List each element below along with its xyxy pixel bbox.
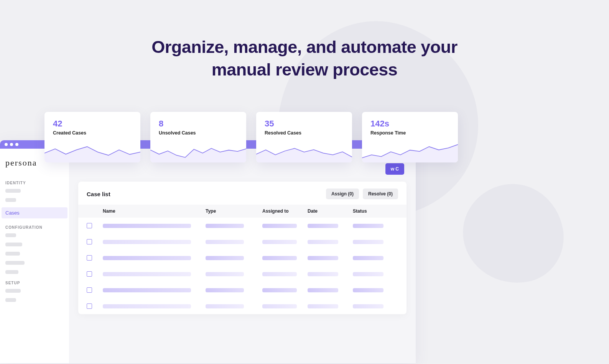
case-table-head: Name Type Assigned to Date Status [78,205,407,218]
stat-value: 8 [150,119,246,129]
nav-section-setup: SETUP [5,281,64,285]
main-area: w C Case list Assign (0) Resolve (0) Nam… [69,149,416,363]
cell-assigned-placeholder [262,240,297,244]
col-header-date[interactable]: Date [308,208,346,214]
nav-item-placeholder[interactable] [5,233,16,237]
sidebar: persona IDENTITY Cases CONFIGURATION SET… [0,149,69,363]
window-control-dot[interactable] [15,143,18,146]
background-blob [455,176,571,291]
row-checkbox[interactable] [87,239,92,244]
col-header-name[interactable]: Name [103,208,199,214]
nav-item-placeholder[interactable] [5,198,16,202]
hero-headline-line2: manual review process [212,60,398,79]
stat-value: 142s [362,119,458,129]
table-row[interactable] [78,218,407,234]
cell-type-placeholder [206,288,244,292]
sparkline-chart [150,139,246,162]
row-checkbox[interactable] [87,287,92,293]
row-checkbox[interactable] [87,303,92,309]
nav-item-placeholder[interactable] [5,298,16,302]
nav-item-placeholder[interactable] [5,189,21,193]
nav-section-identity: IDENTITY [5,181,64,185]
table-row[interactable] [78,250,407,266]
cell-type-placeholder [206,304,244,308]
row-checkbox[interactable] [87,255,92,261]
cell-name-placeholder [103,272,191,276]
cell-date-placeholder [308,304,338,308]
nav-item-placeholder[interactable] [5,252,20,256]
col-header-type[interactable]: Type [206,208,255,214]
cell-name-placeholder [103,288,191,292]
cell-assigned-placeholder [262,272,297,276]
stat-card: 35 Resolved Cases [256,112,352,162]
table-row[interactable] [78,234,407,250]
case-list-card: Case list Assign (0) Resolve (0) Name Ty… [78,182,407,314]
hero-headline: Organize, manage, and automate your manu… [0,36,609,81]
cell-date-placeholder [308,224,338,228]
stat-label: Response Time [362,129,458,136]
stat-label: Created Cases [44,129,140,136]
col-header-assigned[interactable]: Assigned to [262,208,301,214]
window-control-dot[interactable] [10,143,13,146]
cell-date-placeholder [308,288,338,292]
cell-name-placeholder [103,224,191,228]
cell-type-placeholder [206,272,244,276]
case-table: Name Type Assigned to Date Status [78,205,407,314]
cell-type-placeholder [206,240,244,244]
nav-item-placeholder[interactable] [5,243,22,246]
sparkline-chart [362,139,458,162]
cell-status-placeholder [353,224,384,228]
stat-card: 8 Unsolved Cases [150,112,246,162]
browser-window: persona IDENTITY Cases CONFIGURATION SET… [0,140,416,363]
nav-item-placeholder[interactable] [5,270,18,274]
case-list-header: Case list Assign (0) Resolve (0) [78,189,407,205]
cell-name-placeholder [103,304,191,308]
sparkline-chart [256,139,352,162]
table-row[interactable] [78,282,407,298]
cell-date-placeholder [308,240,338,244]
cell-assigned-placeholder [262,288,297,292]
cell-date-placeholder [308,256,338,260]
stat-value: 42 [44,119,140,129]
nav-item-placeholder[interactable] [5,289,21,293]
cell-name-placeholder [103,240,191,244]
cell-status-placeholder [353,288,384,292]
cell-type-placeholder [206,256,244,260]
cell-status-placeholder [353,240,384,244]
case-list-actions: Assign (0) Resolve (0) [326,189,398,199]
table-row[interactable] [78,298,407,314]
cell-assigned-placeholder [262,304,297,308]
cell-type-placeholder [206,224,244,228]
assign-button[interactable]: Assign (0) [326,189,359,199]
resolve-button[interactable]: Resolve (0) [363,189,398,199]
case-list-title: Case list [87,191,110,197]
stat-label: Unsolved Cases [150,129,246,136]
row-checkbox[interactable] [87,271,92,277]
stat-card: 42 Created Cases [44,112,140,162]
stats-strip: 42 Created Cases 8 Unsolved Cases 35 Res… [44,112,458,162]
col-header-status[interactable]: Status [353,208,391,214]
cell-assigned-placeholder [262,224,297,228]
nav-section-configuration: CONFIGURATION [5,225,64,230]
cell-date-placeholder [308,272,338,276]
cell-status-placeholder [353,272,384,276]
new-case-button[interactable]: w C [385,163,404,175]
stat-label: Resolved Cases [256,129,352,136]
row-checkbox[interactable] [87,223,92,228]
sparkline-chart [44,139,140,162]
stat-card: 142s Response Time [362,112,458,162]
cell-name-placeholder [103,256,191,260]
cell-status-placeholder [353,304,384,308]
browser-body: persona IDENTITY Cases CONFIGURATION SET… [0,149,416,363]
sidebar-item-cases[interactable]: Cases [2,207,67,218]
window-control-dot[interactable] [5,143,8,146]
hero-headline-line1: Organize, manage, and automate your [151,37,458,57]
table-row[interactable] [78,266,407,282]
cell-status-placeholder [353,256,384,260]
nav-item-placeholder[interactable] [5,261,25,265]
cell-assigned-placeholder [262,256,297,260]
stat-value: 35 [256,119,352,129]
